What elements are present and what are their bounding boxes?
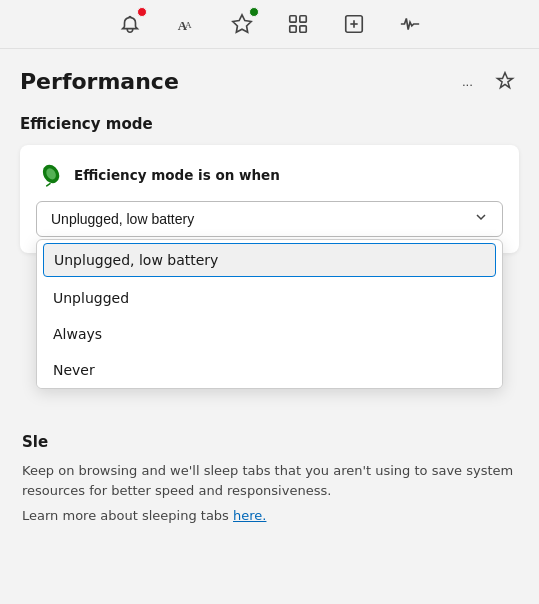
- efficiency-select[interactable]: Unplugged, low battery Unplugged Always …: [36, 201, 503, 237]
- sleeping-tabs-title: Sle: [22, 433, 517, 451]
- svg-rect-6: [299, 26, 305, 32]
- dropdown-item-never[interactable]: Never: [37, 352, 502, 388]
- dropdown-item-always[interactable]: Always: [37, 316, 502, 352]
- svg-text:A: A: [185, 20, 192, 30]
- pin-button[interactable]: [491, 67, 519, 95]
- efficiency-card: Efficiency mode is on when Unplugged, lo…: [20, 145, 519, 253]
- svg-rect-4: [299, 16, 305, 22]
- sleeping-tabs-link-line: Learn more about sleeping tabs here.: [22, 508, 517, 523]
- add-icon[interactable]: [340, 10, 368, 38]
- svg-marker-2: [232, 15, 250, 32]
- page-header: Performance ...: [20, 67, 519, 95]
- favorites-icon[interactable]: [228, 10, 256, 38]
- svg-rect-5: [289, 26, 295, 32]
- page-header-actions: ...: [458, 67, 519, 95]
- efficiency-leaf-icon: [36, 161, 64, 189]
- pin-icon: [495, 71, 515, 91]
- page-title: Performance: [20, 69, 179, 94]
- bell-badge: [137, 7, 147, 17]
- efficiency-header: Efficiency mode is on when: [36, 161, 503, 189]
- sleeping-tabs-description: Keep on browsing and we'll sleep tabs th…: [22, 461, 517, 500]
- heartrate-icon[interactable]: [396, 10, 424, 38]
- dropdown-item-unplugged[interactable]: Unplugged: [37, 280, 502, 316]
- dropdown-item-unplugged-low[interactable]: Unplugged, low battery: [43, 243, 496, 277]
- svg-line-12: [47, 184, 50, 186]
- collections-icon[interactable]: [284, 10, 312, 38]
- page-content: Performance ... Efficiency mode: [0, 49, 539, 541]
- more-button[interactable]: ...: [458, 70, 477, 93]
- favorites-badge: [249, 7, 259, 17]
- toolbar: A A: [0, 0, 539, 49]
- font-icon[interactable]: A A: [172, 10, 200, 38]
- bell-icon[interactable]: [116, 10, 144, 38]
- sleeping-tabs-section: Sle Keep on browsing and we'll sleep tab…: [20, 433, 519, 523]
- svg-rect-3: [289, 16, 295, 22]
- efficiency-select-wrapper: Unplugged, low battery Unplugged Always …: [36, 201, 503, 237]
- efficiency-section: Efficiency mode Efficiency mode is on wh…: [20, 115, 519, 253]
- sleeping-tabs-link[interactable]: here.: [233, 508, 266, 523]
- sleeping-tabs-link-prefix: Learn more about sleeping tabs: [22, 508, 233, 523]
- efficiency-section-title: Efficiency mode: [20, 115, 519, 133]
- efficiency-header-label: Efficiency mode is on when: [74, 167, 280, 183]
- dropdown-menu: Unplugged, low battery Unplugged Always …: [36, 239, 503, 389]
